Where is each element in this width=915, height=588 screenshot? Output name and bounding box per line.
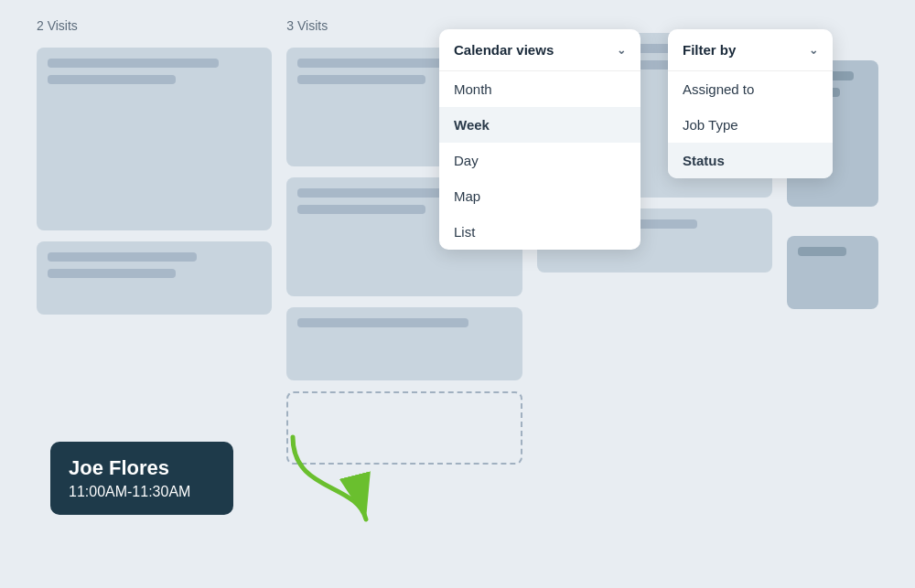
- col-header-4: [787, 18, 878, 22]
- calendar-view-map[interactable]: Map: [439, 178, 640, 214]
- filter-job-type[interactable]: Job Type: [668, 107, 833, 143]
- calendar-view-list[interactable]: List: [439, 214, 640, 250]
- tooltip-name: Joe Flores: [69, 456, 215, 480]
- card-line: [297, 188, 447, 198]
- calendar-views-header[interactable]: Calendar views ⌄: [439, 29, 640, 71]
- calendar-views-dropdown[interactable]: Calendar views ⌄ Month Week Day Map List: [439, 29, 640, 250]
- filter-by-title: Filter by: [683, 42, 736, 58]
- card-line: [798, 247, 846, 256]
- card-line: [297, 75, 425, 84]
- card-line: [48, 252, 197, 262]
- card-line: [48, 59, 219, 68]
- drag-tooltip: Joe Flores 11:00AM-11:30AM: [50, 442, 233, 515]
- card-line: [297, 318, 468, 327]
- card-line: [297, 205, 425, 214]
- drag-arrow-icon: [274, 428, 393, 538]
- calendar-views-title: Calendar views: [454, 42, 554, 58]
- calendar-view-week[interactable]: Week: [439, 107, 640, 143]
- col-header-3: [537, 18, 772, 22]
- chevron-down-icon: ⌄: [617, 44, 626, 57]
- card-line: [48, 269, 176, 278]
- tooltip-time: 11:00AM-11:30AM: [69, 484, 215, 500]
- card-line: [48, 75, 176, 84]
- calendar-view-day[interactable]: Day: [439, 143, 640, 178]
- card-4-2: [787, 236, 878, 309]
- filter-by-dropdown[interactable]: Filter by ⌄ Assigned to Job Type Status: [668, 29, 833, 178]
- card-1-1: [37, 48, 272, 230]
- card-2-3: [286, 307, 522, 380]
- calendar-view-month[interactable]: Month: [439, 71, 640, 107]
- filter-assigned-to[interactable]: Assigned to: [668, 71, 833, 107]
- chevron-down-icon: ⌄: [809, 44, 818, 57]
- col-header-1: 2 Visits: [37, 18, 272, 37]
- card-1-2: [37, 241, 272, 315]
- filter-by-header[interactable]: Filter by ⌄: [668, 29, 833, 71]
- filter-status[interactable]: Status: [668, 143, 833, 178]
